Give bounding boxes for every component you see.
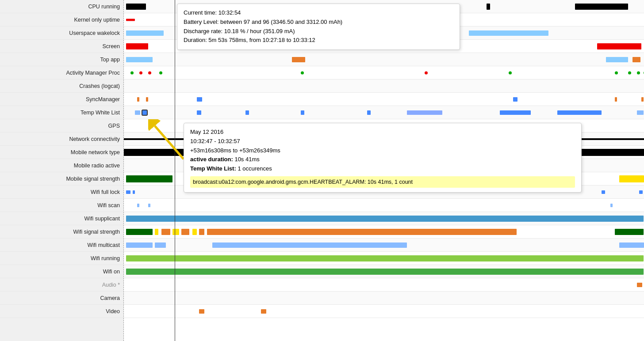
row-label: Activity Manager Proc (0, 70, 123, 76)
timeline-column: Current time: 10:32:54Battery Level: bet… (124, 0, 644, 341)
row-label: Wifi signal strength (0, 229, 123, 235)
label-row: Camera (0, 292, 123, 305)
tooltip-line: Duration: 5m 53s 758ms, from 10:27:18 to… (184, 36, 453, 45)
timeline-row (124, 212, 644, 225)
row-label: Crashes (logcat) (0, 83, 123, 89)
timeline-bar (126, 175, 172, 182)
tooltip-line: Discharge rate: 10.18 % / hour (351.09 m… (184, 27, 453, 36)
label-row: Wifi running (0, 252, 123, 265)
label-column: CPU runningKernel only uptimeUserspace w… (0, 0, 124, 341)
timeline-row (124, 239, 644, 252)
label-row: CPU running (0, 0, 123, 13)
activity-dot (148, 71, 151, 74)
timeline-bar (142, 110, 147, 115)
row-label: GPS (0, 123, 123, 129)
timeline-bar (155, 229, 158, 235)
label-row: Kernel only uptime (0, 13, 123, 27)
timeline-bar (197, 110, 201, 115)
activity-dot (628, 71, 631, 74)
row-label: Wifi running (0, 255, 123, 261)
timeline-bar (602, 190, 605, 194)
label-row: Activity Manager Proc (0, 66, 123, 80)
row-label: Mobile signal strength (0, 176, 123, 182)
row-label: Mobile radio active (0, 163, 123, 169)
timeline-row (124, 53, 644, 66)
timeline-bar (126, 4, 146, 10)
timeline-bar (126, 229, 153, 235)
activity-dot (130, 71, 134, 74)
timeline-bar (126, 269, 644, 275)
timeline-bar (637, 283, 642, 287)
timeline-bar (181, 229, 189, 235)
label-row: Screen (0, 40, 123, 53)
timeline-bar (126, 30, 164, 36)
timeline-bar (637, 110, 644, 115)
timeline-bar (469, 30, 548, 36)
timeline-bar (575, 4, 628, 10)
row-label: Temp White List (0, 110, 123, 116)
timeline-row (124, 252, 644, 265)
tooltip-offset: +53m16s308ms to +53m26s349ms (190, 146, 575, 155)
timeline-row (124, 305, 644, 318)
activity-dot (615, 71, 618, 74)
arrow-indicator (148, 119, 188, 165)
activity-dot (637, 71, 640, 74)
label-row: Mobile radio active (0, 159, 123, 172)
row-label: Wifi full lock (0, 189, 123, 195)
timeline-bar (126, 242, 153, 248)
label-row: Crashes (logcat) (0, 80, 123, 93)
timeline-bar (606, 57, 628, 62)
timeline-bar (513, 97, 518, 102)
activity-dot (159, 71, 162, 74)
temp-whitelist-tooltip: May 12 201610:32:47 - 10:32:57+53m16s308… (184, 123, 582, 193)
timeline-bar (557, 110, 602, 115)
timeline-bar (615, 229, 644, 235)
timeline-bar (199, 229, 204, 235)
tooltip-duration: active duration: 10s 41ms (190, 155, 575, 164)
tooltip-date: May 12 2016 (190, 128, 575, 137)
battery-tooltip: Current time: 10:32:54Battery Level: bet… (177, 4, 460, 50)
timeline-bar (135, 110, 140, 115)
label-row: Network connectivity (0, 133, 123, 146)
timeline-bar (192, 229, 197, 235)
row-label: Video (0, 308, 123, 314)
activity-dot (425, 71, 428, 74)
label-row: Top app (0, 53, 123, 66)
label-row: Mobile signal strength (0, 172, 123, 186)
timeline-row (124, 225, 644, 239)
timeline-bar (301, 110, 304, 115)
timeline-bar (146, 97, 148, 102)
tooltip-broadcast: broadcast:u0a12:com.google.android.gms.g… (190, 176, 575, 188)
timeline-bar (155, 242, 166, 248)
tooltip-line: Current time: 10:32:54 (184, 8, 453, 18)
activity-dot (301, 71, 304, 74)
label-row: Temp White List (0, 106, 123, 119)
timeline-bar (207, 229, 517, 235)
row-label: Userspace wakelock (0, 30, 123, 36)
timeline-bar (126, 57, 153, 62)
timeline-bar (212, 242, 407, 248)
timeline-bar (597, 43, 641, 49)
timeline-row (124, 265, 644, 278)
timeline-bar (137, 204, 139, 207)
timeline-bar (161, 229, 170, 235)
timeline-row (124, 292, 644, 305)
label-row: Wifi supplicant (0, 212, 123, 225)
activity-dot (139, 71, 142, 74)
row-label: Wifi scan (0, 202, 123, 208)
row-label: Wifi on (0, 269, 123, 275)
main-container: CPU runningKernel only uptimeUserspace w… (0, 0, 644, 341)
row-label: SyncManager (0, 96, 123, 102)
timeline-bar (407, 110, 442, 115)
row-label: Audio * (0, 282, 123, 288)
timeline-row (124, 80, 644, 93)
timeline-bar (172, 229, 179, 235)
label-row: Wifi on (0, 265, 123, 278)
timeline-bar (610, 204, 613, 207)
timeline-bar (137, 97, 139, 102)
label-row: GPS (0, 119, 123, 133)
row-label: Wifi supplicant (0, 216, 123, 222)
row-label: Network connectivity (0, 136, 123, 142)
timeline-bar (126, 190, 130, 194)
label-row: Audio * (0, 278, 123, 292)
